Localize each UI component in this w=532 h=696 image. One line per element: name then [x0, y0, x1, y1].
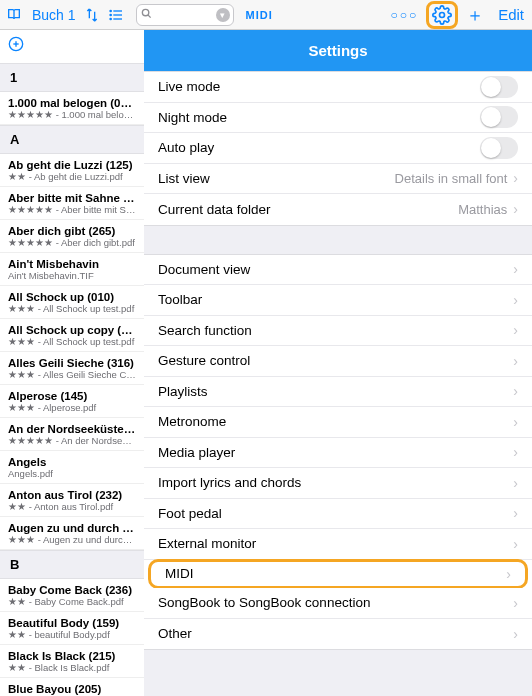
search-dropdown-icon[interactable]: ▾	[216, 8, 230, 22]
settings-row-gesture-control[interactable]: Gesture control›	[144, 346, 532, 377]
top-toolbar: Buch 1 ▾ MIDI ○○○ ＋ Edit	[0, 0, 532, 30]
row-label: Gesture control	[158, 353, 250, 368]
svg-point-3	[110, 10, 111, 11]
settings-panel: Settings Live modeNight modeAuto playLis…	[144, 30, 532, 696]
row-label: Search function	[158, 323, 252, 338]
song-title: Aber dich gibt (265)	[8, 225, 136, 237]
song-row[interactable]: Ab geht die Luzzi (125)★★ - Ab geht die …	[0, 154, 144, 187]
row-label: Document view	[158, 262, 250, 277]
svg-point-5	[110, 18, 111, 19]
song-title: Alperose (145)	[8, 390, 136, 402]
svg-point-4	[110, 14, 111, 15]
song-row[interactable]: Augen zu und durch (314)★★★ - Augen zu u…	[0, 517, 144, 550]
list-icon[interactable]	[108, 7, 124, 23]
toggle-switch[interactable]	[480, 106, 518, 128]
chevron-right-icon: ›	[513, 595, 518, 611]
chevron-right-icon: ›	[513, 201, 518, 217]
song-row[interactable]: Alperose (145)★★★ - Alperose.pdf	[0, 385, 144, 418]
row-detail-text: Details in small font	[395, 171, 508, 186]
song-subtitle: ★★ - Anton aus Tirol.pdf	[8, 501, 136, 512]
song-title: Beautiful Body (159)	[8, 617, 136, 629]
song-row[interactable]: Alles Geili Sieche (316)★★★ - Alles Geil…	[0, 352, 144, 385]
song-subtitle: ★★★★★ - An der Nordseeküste Kl…	[8, 435, 136, 446]
toggle-switch[interactable]	[480, 76, 518, 98]
song-subtitle: ★★ - Black Is Black.pdf	[8, 662, 136, 673]
edit-button[interactable]: Edit	[498, 6, 524, 23]
settings-row-songbook-to-songbook-connection[interactable]: SongBook to SongBook connection›	[144, 588, 532, 619]
chevron-right-icon: ›	[513, 292, 518, 308]
song-row[interactable]: Black Is Black (215)★★ - Black Is Black.…	[0, 645, 144, 678]
song-subtitle: ★★★ - Augen zu und durch.pdf	[8, 534, 136, 545]
song-row[interactable]: Baby Come Back (236)★★ - Baby Come Back.…	[0, 579, 144, 612]
song-subtitle: ★★★ - Alperose.pdf	[8, 402, 136, 413]
add-song-button[interactable]	[0, 30, 144, 63]
song-row[interactable]: Aber bitte mit Sahne Udo Jü…★★★★★ - Aber…	[0, 187, 144, 220]
song-subtitle: ★★★★★ - 1.000 mal belogen.pdf	[8, 109, 136, 120]
song-title: Aber bitte mit Sahne Udo Jü…	[8, 192, 136, 204]
song-title: Anton aus Tirol (232)	[8, 489, 136, 501]
settings-row-media-player[interactable]: Media player›	[144, 438, 532, 469]
settings-row-foot-pedal[interactable]: Foot pedal›	[144, 499, 532, 530]
song-subtitle: ★★ - beautiful Body.pdf	[8, 629, 136, 640]
settings-row-auto-play[interactable]: Auto play	[144, 133, 532, 164]
section-header: 1	[0, 63, 144, 92]
toggle-switch[interactable]	[480, 137, 518, 159]
song-title: All Schock up (010)	[8, 291, 136, 303]
song-subtitle: ★★★ - All Schock up test.pdf	[8, 336, 136, 347]
add-icon[interactable]: ＋	[466, 3, 484, 27]
settings-row-playlists[interactable]: Playlists›	[144, 377, 532, 408]
song-title: Ab geht die Luzzi (125)	[8, 159, 136, 171]
row-label: Media player	[158, 445, 235, 460]
song-row[interactable]: Anton aus Tirol (232)★★ - Anton aus Tiro…	[0, 484, 144, 517]
song-row[interactable]: AngelsAngels.pdf	[0, 451, 144, 484]
svg-line-7	[147, 14, 150, 17]
song-row[interactable]: 1.000 mal belogen (001)★★★★★ - 1.000 mal…	[0, 92, 144, 125]
song-row[interactable]: An der Nordseeküste (166)★★★★★ - An der …	[0, 418, 144, 451]
more-icon[interactable]: ○○○	[390, 8, 418, 22]
row-label: List view	[158, 171, 210, 186]
song-row[interactable]: Blue Bayou (205)★★★ - Blue Bayou.pdf	[0, 678, 144, 696]
settings-row-live-mode[interactable]: Live mode	[144, 72, 532, 103]
song-row[interactable]: All Schock up (010)★★★ - All Schock up t…	[0, 286, 144, 319]
settings-row-list-view[interactable]: List viewDetails in small font›	[144, 164, 532, 195]
settings-row-night-mode[interactable]: Night mode	[144, 103, 532, 134]
chevron-right-icon: ›	[513, 536, 518, 552]
row-label: Playlists	[158, 384, 208, 399]
search-field[interactable]: ▾	[136, 4, 234, 26]
row-label: SongBook to SongBook connection	[158, 595, 370, 610]
chevron-right-icon: ›	[513, 353, 518, 369]
song-subtitle: ★★★ - All Schock up test.pdf	[8, 303, 136, 314]
midi-indicator[interactable]: MIDI	[242, 7, 277, 23]
sort-icon[interactable]	[84, 7, 100, 23]
song-subtitle: ★★★★★ - Aber dich gibt.pdf	[8, 237, 136, 248]
song-row[interactable]: Beautiful Body (159)★★ - beautiful Body.…	[0, 612, 144, 645]
song-title: Ain't Misbehavin	[8, 258, 136, 270]
song-row[interactable]: Ain't MisbehavinAin't Misbehavin.TIF	[0, 253, 144, 286]
gear-icon[interactable]	[432, 5, 452, 25]
song-row[interactable]: All Schock up copy (010)★★★ - All Schock…	[0, 319, 144, 352]
song-title: Alles Geili Sieche (316)	[8, 357, 136, 369]
settings-row-import-lyrics-and-chords[interactable]: Import lyrics and chords›	[144, 468, 532, 499]
song-title: Angels	[8, 456, 136, 468]
chevron-right-icon: ›	[513, 444, 518, 460]
settings-row-search-function[interactable]: Search function›	[144, 316, 532, 347]
song-title: An der Nordseeküste (166)	[8, 423, 136, 435]
svg-point-8	[440, 12, 445, 17]
book-icon[interactable]	[6, 7, 22, 23]
settings-row-other[interactable]: Other›	[144, 619, 532, 650]
book-title[interactable]: Buch 1	[32, 7, 76, 23]
settings-row-toolbar[interactable]: Toolbar›	[144, 285, 532, 316]
song-title: Augen zu und durch (314)	[8, 522, 136, 534]
settings-row-midi[interactable]: MIDI›	[148, 559, 528, 590]
row-label: MIDI	[165, 566, 194, 581]
settings-row-external-monitor[interactable]: External monitor›	[144, 529, 532, 560]
settings-row-document-view[interactable]: Document view›	[144, 255, 532, 286]
chevron-right-icon: ›	[513, 626, 518, 642]
settings-row-metronome[interactable]: Metronome›	[144, 407, 532, 438]
chevron-right-icon: ›	[513, 505, 518, 521]
song-subtitle: ★★★ - Alles Geili Sieche ChueLe…	[8, 369, 136, 380]
settings-row-current-data-folder[interactable]: Current data folderMatthias›	[144, 194, 532, 225]
song-row[interactable]: Aber dich gibt (265)★★★★★ - Aber dich gi…	[0, 220, 144, 253]
row-label: Foot pedal	[158, 506, 222, 521]
song-list: 11.000 mal belogen (001)★★★★★ - 1.000 ma…	[0, 30, 144, 696]
